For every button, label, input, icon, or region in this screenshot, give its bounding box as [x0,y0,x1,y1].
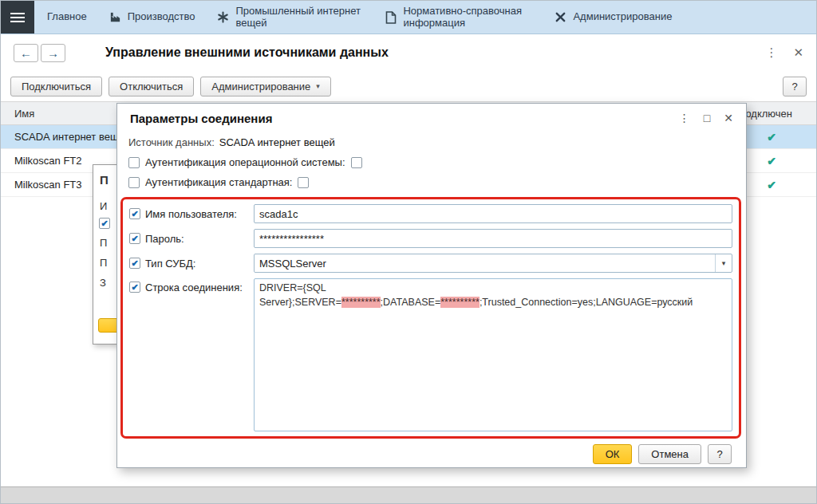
document-icon [385,11,397,24]
section-industrial-iot[interactable]: Промышленный интернет вещей [217,6,363,30]
dbms-type-label: Тип СУБД: [145,258,249,270]
os-auth-value-checkbox[interactable] [351,157,362,168]
background-dialog-fragment[interactable]: П И П П З [93,164,117,345]
help-label: ? [791,81,797,93]
chevron-down-icon: ▾ [316,82,320,90]
dialog-help-label: ? [716,448,722,460]
window-close-icon[interactable]: ✕ [793,45,803,60]
datasource-value: SCADA интернет вещей [219,136,335,148]
app-window: Главное Производство Промышленный интерн… [0,0,817,504]
connection-string-part: DRIVER={SQL [259,282,326,293]
sections-menu: Главное Производство Промышленный интерн… [34,1,672,33]
chevron-down-icon: ▾ [722,259,726,267]
administration-label: Администрирование [211,81,310,93]
cancel-label: Отмена [651,448,689,460]
connection-string-part: Server};SERVER= [259,297,341,308]
dialog-close-icon[interactable]: ✕ [724,112,733,124]
ok-label: ОК [606,448,620,460]
section-main[interactable]: Главное [47,11,87,23]
bg-dialog-text-fragment: З [100,277,106,289]
dialog-kebab-icon[interactable]: ⋮ [679,112,690,124]
section-production[interactable]: Производство [109,11,195,23]
username-checkbox[interactable] [129,208,140,219]
help-button[interactable]: ? [783,77,807,96]
connection-params-dialog: Параметры соединения ⋮ □ ✕ Источник данн… [116,103,747,468]
bg-dialog-title-fragment: П [100,173,109,187]
hamburger-icon [10,13,25,14]
dbms-type-combo: ▾ [254,254,732,273]
forward-arrow-icon: → [47,46,59,60]
main-menu-button[interactable] [1,1,34,33]
connection-string-row: Строка соединения: DRIVER={SQL Server};S… [129,278,732,431]
dropdown-button[interactable]: ▾ [715,254,732,272]
datasource-row: Источник данных: SCADA интернет вещей [117,132,746,152]
tools-icon [555,11,566,23]
std-auth-row: Аутентификация стандартная: [117,172,746,192]
row-name: Milkoscan FT2 [1,155,82,167]
row-name: SCADA интернет вещей [1,131,130,143]
dialog-titlebar: Параметры соединения ⋮ □ ✕ [117,104,746,132]
dialog-help-button[interactable]: ? [708,444,732,464]
section-label: Главное [47,11,87,23]
bg-dialog-text-fragment: П [100,237,107,249]
connection-string-part: ;Trusted_Connection=yes;LANGUAGE=русский [480,297,693,308]
std-auth-label: Аутентификация стандартная: [145,176,292,188]
redacted-server-value: ********** [341,297,381,308]
os-auth-row: Аутентификация операционной системы: [117,152,746,172]
section-administration[interactable]: Администрирование [555,11,672,23]
forward-button[interactable]: → [41,44,65,62]
os-auth-override-checkbox[interactable] [128,157,140,168]
connect-label: Подключиться [22,81,91,93]
cancel-button[interactable]: Отмена [638,444,701,464]
command-toolbar: Подключиться Отключиться Администрирован… [1,71,816,101]
std-auth-override-checkbox[interactable] [128,177,140,188]
page-title: Управление внешними источниками данных [105,45,389,60]
dialog-maximize-icon[interactable]: □ [704,112,710,124]
connect-button[interactable]: Подключиться [10,77,102,96]
connected-check-icon: ✔ [767,131,776,144]
back-arrow-icon: ← [20,46,32,60]
section-label: Администрирование [573,11,672,23]
password-label: Пароль: [145,233,249,245]
connection-string-checkbox[interactable] [129,282,140,293]
bg-dialog-text-fragment: П [100,257,107,269]
password-row: Пароль: [129,229,732,248]
administration-menu-button[interactable]: Администрирование ▾ [200,77,331,96]
ok-button[interactable]: ОК [593,444,633,464]
disconnect-button[interactable]: Отключиться [109,77,194,96]
std-auth-value-checkbox[interactable] [298,177,309,188]
dbms-type-input[interactable] [255,254,715,272]
status-strip [1,486,816,503]
factory-icon [109,11,121,23]
datasource-label: Источник данных: [128,136,215,148]
username-row: Имя пользователя: [129,204,732,223]
annotation-highlight-box: Имя пользователя: Пароль: Тип СУБД: ▾ Ст… [120,197,741,439]
sections-bar: Главное Производство Промышленный интерн… [1,1,816,34]
asterisk-icon [217,11,229,23]
password-input[interactable] [254,229,732,248]
back-button[interactable]: ← [14,44,38,62]
disconnect-label: Отключиться [120,81,183,93]
row-name: Milkoscan FT3 [1,179,82,191]
connection-string-part: ;DATABASE= [381,297,441,308]
section-label: Промышленный интернет вещей [235,6,363,30]
connection-string-field[interactable]: DRIVER={SQL Server};SERVER=**********;DA… [254,278,732,431]
dbms-type-checkbox[interactable] [129,258,140,269]
column-header-name[interactable]: Имя [1,108,34,120]
password-checkbox[interactable] [129,233,140,244]
bg-dialog-checkbox [99,218,110,229]
section-label: Нормативно-справочная информация [403,6,532,30]
window-kebab-icon[interactable]: ⋮ [765,45,777,60]
dbms-type-row: Тип СУБД: ▾ [129,254,732,273]
bg-dialog-text-fragment: И [100,200,107,212]
window-title-row: ← → Управление внешними источниками данн… [1,34,816,71]
os-auth-label: Аутентификация операционной системы: [145,156,345,168]
username-label: Имя пользователя: [145,208,249,220]
bg-dialog-ok-button-fragment[interactable] [98,318,117,333]
dialog-buttons: ОК Отмена ? [117,439,746,464]
redacted-database-value: ********** [440,297,480,308]
username-input[interactable] [254,204,732,223]
connected-check-icon: ✔ [767,179,776,191]
connection-string-label: Строка соединения: [145,282,249,293]
section-reference-info[interactable]: Нормативно-справочная информация [385,6,532,30]
